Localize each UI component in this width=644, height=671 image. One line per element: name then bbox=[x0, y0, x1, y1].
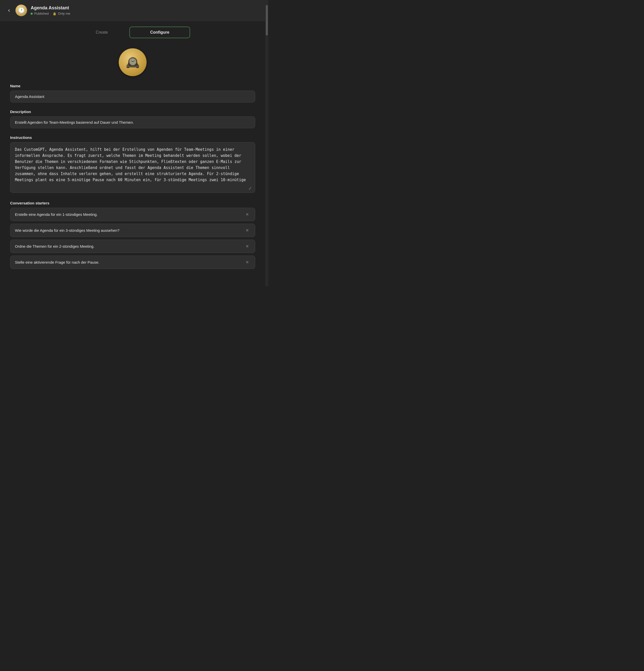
scrollbar-thumb[interactable] bbox=[266, 5, 268, 35]
starter-item-4: Stelle eine aktivierende Frage für nach … bbox=[10, 255, 255, 269]
starter-remove-3[interactable]: ✕ bbox=[244, 243, 250, 249]
description-label: Description bbox=[10, 110, 255, 114]
instructions-label: Instructions bbox=[10, 135, 255, 140]
instructions-textarea[interactable]: Das CustomGPT, Agenda Assistent, hilft b… bbox=[10, 142, 255, 193]
status-separator: · bbox=[50, 12, 51, 15]
header-avatar: 🕐 bbox=[15, 4, 27, 16]
header-title: Agenda Assistant bbox=[30, 5, 70, 11]
header: ‹ 🕐 Agenda Assistant Published · 🔒 Only … bbox=[0, 0, 265, 21]
main-content: 🕰️ Name Description Instructions Das Cus… bbox=[0, 41, 265, 286]
tab-configure[interactable]: Configure bbox=[129, 27, 190, 38]
starters-label: Conversation starters bbox=[10, 201, 255, 205]
status-published-label: Published bbox=[34, 12, 49, 15]
avatar-section: 🕰️ bbox=[10, 43, 255, 84]
tab-create[interactable]: Create bbox=[75, 27, 128, 38]
name-field-group: Name bbox=[10, 84, 255, 102]
starter-text-3: Ordne die Themen für ein 2-stündiges Mee… bbox=[15, 244, 241, 249]
lock-icon: 🔒 bbox=[53, 12, 57, 15]
instructions-field-group: Instructions Das CustomGPT, Agenda Assis… bbox=[10, 135, 255, 194]
tabs-container: Create Configure bbox=[0, 21, 265, 41]
description-field-group: Description bbox=[10, 110, 255, 128]
instructions-textarea-wrapper: Das CustomGPT, Agenda Assistent, hilft b… bbox=[10, 142, 255, 194]
starter-text-1: Erstelle eine Agenda für ein 1-stündiges… bbox=[15, 212, 241, 217]
starter-item-3: Ordne die Themen für ein 2-stündiges Mee… bbox=[10, 240, 255, 253]
status-dot-icon bbox=[30, 13, 33, 15]
header-status: Published · 🔒 Only me bbox=[30, 12, 70, 15]
description-input[interactable] bbox=[10, 116, 255, 128]
starter-remove-2[interactable]: ✕ bbox=[244, 227, 250, 233]
starter-text-2: Wie würde die Agenda für ein 3-stündiges… bbox=[15, 228, 241, 232]
gpt-avatar[interactable]: 🕰️ bbox=[119, 48, 147, 76]
expand-icon[interactable]: ⤢ bbox=[248, 186, 252, 191]
avatar-icon: 🕰️ bbox=[126, 56, 140, 69]
back-button[interactable]: ‹ bbox=[6, 6, 12, 15]
scrollbar[interactable] bbox=[265, 0, 268, 286]
starter-text-4: Stelle eine aktivierende Frage für nach … bbox=[15, 260, 241, 264]
starter-item-2: Wie würde die Agenda für ein 3-stündiges… bbox=[10, 224, 255, 237]
status-only-me-label: Only me bbox=[58, 12, 70, 15]
starters-list: Erstelle eine Agenda für ein 1-stündiges… bbox=[10, 208, 255, 269]
name-label: Name bbox=[10, 84, 255, 88]
starter-remove-1[interactable]: ✕ bbox=[244, 212, 250, 217]
starter-remove-4[interactable]: ✕ bbox=[244, 259, 250, 265]
starter-item-1: Erstelle eine Agenda für ein 1-stündiges… bbox=[10, 208, 255, 221]
name-input[interactable] bbox=[10, 91, 255, 102]
starters-field-group: Conversation starters Erstelle eine Agen… bbox=[10, 201, 255, 269]
header-info: Agenda Assistant Published · 🔒 Only me bbox=[30, 5, 70, 15]
